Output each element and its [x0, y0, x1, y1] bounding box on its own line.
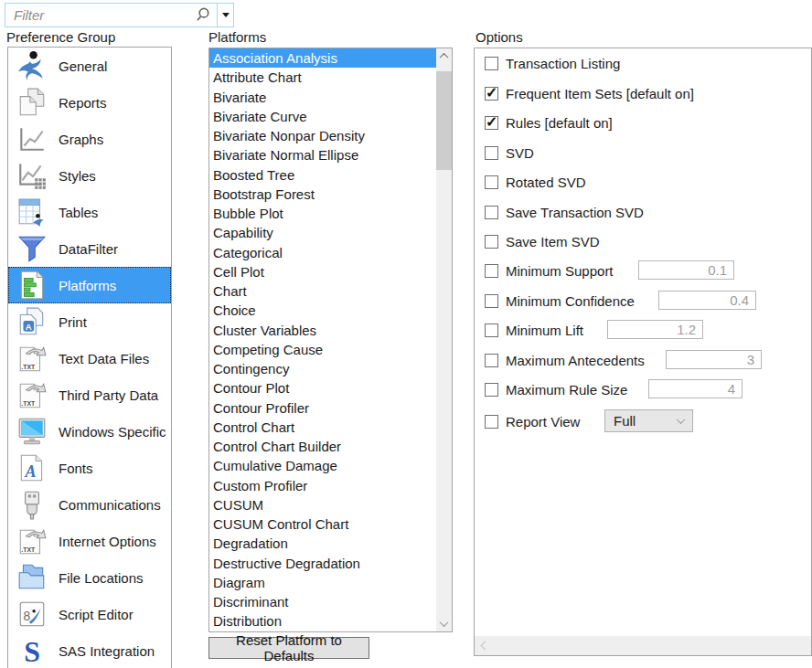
- checkbox-rules-default-on[interactable]: [485, 116, 498, 130]
- option-row-transaction-listing: Transaction Listing: [485, 56, 809, 70]
- checkbox-save-transaction-svd[interactable]: [485, 206, 498, 219]
- sidebar-item-fonts[interactable]: AFonts: [8, 450, 171, 486]
- platform-item-cusum-control-chart[interactable]: CUSUM Control Chart: [209, 514, 436, 534]
- sidebar-item-styles[interactable]: Styles: [8, 157, 171, 194]
- checkbox-minimum-confidence[interactable]: [485, 294, 498, 308]
- txt-file-icon: .TXT: [14, 377, 50, 412]
- platform-item-bivariate-curve[interactable]: Bivariate Curve: [209, 107, 436, 126]
- option-label: Minimum Support: [506, 263, 614, 279]
- sidebar-item-label: Print: [59, 314, 87, 330]
- filter-dropdown-arrow-icon[interactable]: [218, 4, 233, 27]
- scroll-down-icon[interactable]: [436, 616, 452, 631]
- maximum-rule-size-input[interactable]: [648, 379, 743, 398]
- platform-item-contingency[interactable]: Contingency: [209, 359, 436, 378]
- platform-item-association-analysis[interactable]: Association Analysis: [209, 48, 436, 68]
- platform-item-bivariate[interactable]: Bivariate: [209, 88, 436, 107]
- scroll-up-icon[interactable]: [436, 48, 452, 64]
- maximum-antecedents-input[interactable]: [666, 350, 762, 369]
- platform-item-bivariate-nonpar-density[interactable]: Bivariate Nonpar Density: [209, 126, 436, 145]
- platform-item-bubble-plot[interactable]: Bubble Plot: [209, 204, 436, 223]
- platform-item-bootstrap-forest[interactable]: Bootstrap Forest: [209, 185, 436, 204]
- scroll-left-icon[interactable]: [481, 641, 490, 651]
- platform-item-degradation[interactable]: Degradation: [209, 534, 436, 553]
- platform-item-custom-profiler[interactable]: Custom Profiler: [209, 476, 436, 495]
- option-label: Maximum Antecedents: [506, 353, 645, 368]
- platform-item-competing-cause[interactable]: Competing Cause: [209, 340, 436, 359]
- folders-icon: [14, 560, 50, 595]
- sidebar-item-tables[interactable]: Tables: [8, 194, 171, 230]
- platform-item-cumulative-damage[interactable]: Cumulative Damage: [209, 456, 436, 475]
- option-row-report-view: Report ViewFull: [485, 414, 809, 429]
- sidebar-item-third-party-data[interactable]: .TXTThird Party Data: [8, 376, 171, 413]
- checkbox-rotated-svd[interactable]: [485, 175, 498, 189]
- sidebar-item-windows-specific[interactable]: Windows Specific: [8, 413, 171, 450]
- sidebar-item-print[interactable]: APrint: [8, 303, 171, 340]
- platform-item-cluster-variables[interactable]: Cluster Variables: [209, 321, 436, 340]
- option-label: Transaction Listing: [506, 56, 620, 71]
- sidebar-item-label: Internet Options: [59, 534, 156, 549]
- checkbox-maximum-rule-size[interactable]: [485, 383, 498, 397]
- sidebar-item-label: Windows Specific: [59, 424, 166, 440]
- checkbox-report-view[interactable]: [485, 415, 498, 429]
- pages-icon: [14, 85, 50, 120]
- horizontal-scrollbar[interactable]: [475, 636, 811, 655]
- platform-item-diagram[interactable]: Diagram: [209, 573, 436, 592]
- sidebar-item-platforms[interactable]: Platforms: [8, 267, 171, 303]
- platform-item-chart[interactable]: Chart: [209, 281, 436, 301]
- platform-item-distribution[interactable]: Distribution: [209, 611, 436, 631]
- filter-input[interactable]: [5, 4, 189, 27]
- options-panel: Transaction ListingFrequent Item Sets [d…: [474, 48, 812, 656]
- option-label: Minimum Lift: [506, 323, 583, 338]
- platform-item-contour-profiler[interactable]: Contour Profiler: [209, 398, 436, 418]
- scrollbar-thumb[interactable]: [436, 71, 452, 170]
- option-row-frequent-item-sets-default-on: Frequent Item Sets [default on]: [485, 86, 809, 101]
- report-view-select[interactable]: Full: [604, 409, 693, 432]
- sidebar-item-internet-options[interactable]: .TXTInternet Options: [8, 523, 171, 559]
- sidebar-item-file-locations[interactable]: File Locations: [8, 559, 171, 596]
- platform-item-discriminant[interactable]: Discriminant: [209, 592, 436, 611]
- checkbox-transaction-listing[interactable]: [485, 57, 498, 70]
- sidebar-item-sas-integration[interactable]: SSAS Integration: [8, 632, 171, 668]
- platform-item-control-chart-builder[interactable]: Control Chart Builder: [209, 437, 436, 456]
- sidebar-item-datafilter[interactable]: DataFilter: [8, 230, 171, 267]
- minimum-confidence-input[interactable]: [658, 291, 756, 310]
- platform-item-choice[interactable]: Choice: [209, 301, 436, 320]
- platform-item-destructive-degradation[interactable]: Destructive Degradation: [209, 554, 436, 573]
- platform-item-boosted-tree[interactable]: Boosted Tree: [209, 165, 436, 185]
- checkbox-maximum-antecedents[interactable]: [485, 354, 498, 367]
- svg-text:S: S: [24, 636, 40, 666]
- option-label: Maximum Rule Size: [506, 382, 627, 398]
- platform-item-cell-plot[interactable]: Cell Plot: [209, 262, 436, 281]
- option-row-save-transaction-svd: Save Transaction SVD: [485, 205, 809, 219]
- option-row-minimum-lift: Minimum Lift: [485, 323, 809, 337]
- vertical-scrollbar[interactable]: [436, 48, 452, 631]
- platform-item-attribute-chart[interactable]: Attribute Chart: [209, 68, 436, 87]
- checkbox-svd[interactable]: [485, 146, 498, 160]
- minimum-lift-input[interactable]: [607, 320, 703, 339]
- sidebar-item-general[interactable]: General: [8, 48, 171, 84]
- minimum-support-input[interactable]: [638, 260, 734, 280]
- sidebar-item-label: General: [59, 58, 107, 74]
- sidebar-item-script-editor[interactable]: 8Script Editor: [8, 596, 171, 632]
- sas-icon: S: [14, 633, 50, 668]
- sidebar-item-label: Text Data Files: [59, 351, 149, 366]
- svg-text:8: 8: [23, 609, 30, 623]
- platform-item-contour-plot[interactable]: Contour Plot: [209, 378, 436, 398]
- reset-platform-button[interactable]: Reset Platform to Defaults: [208, 637, 369, 659]
- checkbox-save-item-svd[interactable]: [485, 235, 498, 249]
- checkbox-frequent-item-sets-default-on[interactable]: [485, 87, 498, 101]
- option-label: Report View: [506, 414, 580, 429]
- platform-item-capability[interactable]: Capability: [209, 223, 436, 242]
- platform-item-control-chart[interactable]: Control Chart: [209, 418, 436, 437]
- checkbox-minimum-support[interactable]: [485, 264, 498, 278]
- sidebar-item-graphs[interactable]: Graphs: [8, 121, 171, 157]
- search-icon[interactable]: [189, 4, 217, 27]
- platform-item-categorical[interactable]: Categorical: [209, 243, 436, 262]
- sidebar-item-text-data-files[interactable]: .TXTText Data Files: [8, 340, 171, 376]
- platform-item-bivariate-normal-ellipse[interactable]: Bivariate Normal Ellipse: [209, 145, 436, 164]
- option-row-minimum-confidence: Minimum Confidence: [485, 293, 809, 308]
- checkbox-minimum-lift[interactable]: [485, 323, 498, 337]
- sidebar-item-reports[interactable]: Reports: [8, 84, 171, 121]
- platform-item-cusum[interactable]: CUSUM: [209, 495, 436, 514]
- sidebar-item-communications[interactable]: Communications: [8, 486, 171, 523]
